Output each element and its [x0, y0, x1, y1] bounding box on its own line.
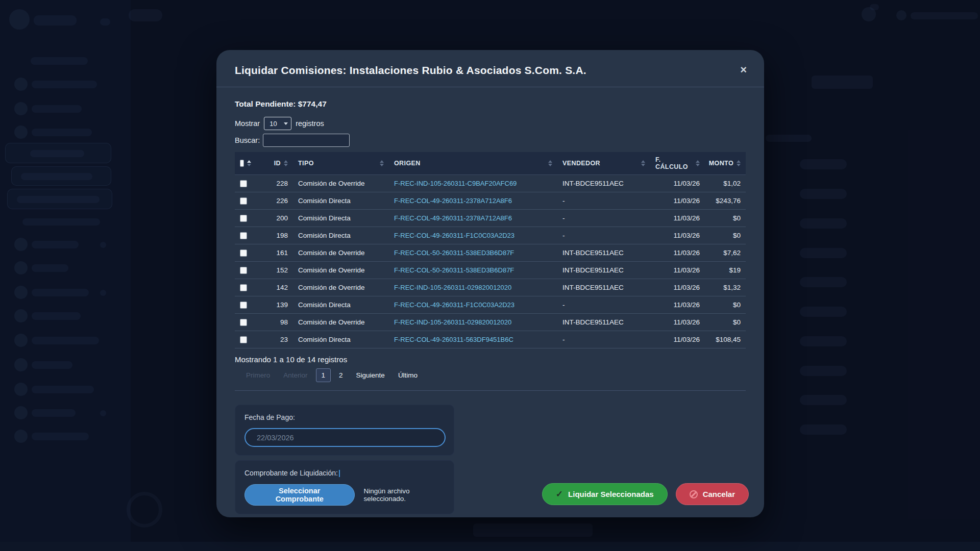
table-row: 139Comisión DirectaF-REC-COL-49-260311-F… [235, 296, 746, 314]
cell-fcalculo: 11/03/26 [650, 279, 705, 296]
row-select-cell [235, 331, 256, 348]
row-checkbox[interactable] [240, 197, 247, 205]
body-divider [235, 390, 746, 391]
origen-link[interactable]: F-REC-IND-105-260311-029820012020 [394, 284, 511, 291]
cell-tipo: Comisión Directa [293, 210, 389, 227]
cell-id: 161 [256, 244, 293, 262]
cell-fcalculo: 11/03/26 [650, 192, 705, 210]
page-size-select[interactable]: 10 [264, 117, 291, 130]
column-header-monto[interactable]: MONTO [705, 152, 746, 175]
cell-tipo: Comisión de Override [293, 175, 389, 192]
origen-link[interactable]: F-REC-IND-105-260311-C9BAF20AFC69 [394, 180, 517, 187]
pagination-first[interactable]: Primero [241, 369, 275, 382]
header-divider [216, 87, 764, 87]
cell-origen: F-REC-COL-49-260311-563DF9451B6C [389, 331, 557, 348]
cell-fcalculo: 11/03/26 [650, 175, 705, 192]
sort-icon [284, 160, 288, 166]
file-status: Ningún archivo seleccionado. [364, 487, 445, 503]
seleccionar-comprobante-button[interactable]: Seleccionar Comprobante [244, 484, 355, 506]
origen-link[interactable]: F-REC-IND-105-260311-029820012020 [394, 318, 511, 326]
cell-monto: $108,45 [705, 331, 746, 348]
total-pendiente: Total Pendiente: $774,47 [235, 99, 746, 109]
column-header-id[interactable]: ID [256, 152, 293, 175]
select-all-checkbox[interactable] [240, 160, 244, 167]
pagination-last[interactable]: Último [393, 369, 423, 382]
origen-link[interactable]: F-REC-COL-49-260311-F1C0C03A2D23 [394, 301, 514, 309]
cell-vendedor: INT-BDCE9511AEC [557, 175, 650, 192]
column-header-vendedor[interactable]: VENDEDOR [557, 152, 650, 175]
chevron-down-icon [284, 122, 288, 125]
table-summary: Mostrando 1 a 10 de 14 registros [235, 355, 746, 364]
comprobante-panel: Comprobante de Liquidación: Seleccionar … [235, 460, 454, 514]
origen-link[interactable]: F-REC-COL-50-260311-538ED3B6D87F [394, 249, 514, 257]
table-row: 142Comisión de OverrideF-REC-IND-105-260… [235, 279, 746, 296]
cell-id: 228 [256, 175, 293, 192]
cell-origen: F-REC-COL-50-260311-538ED3B6D87F [389, 244, 557, 262]
cell-vendedor: INT-BDCE9511AEC [557, 279, 650, 296]
sort-icon [737, 160, 741, 166]
cell-fcalculo: 11/03/26 [650, 331, 705, 348]
cell-monto: $7,62 [705, 244, 746, 262]
origen-link[interactable]: F-REC-COL-49-260311-563DF9451B6C [394, 336, 513, 343]
row-select-cell [235, 296, 256, 314]
origen-link[interactable]: F-REC-COL-49-260311-2378A712A8F6 [394, 197, 512, 205]
pagination-next[interactable]: Siguiente [351, 369, 390, 382]
row-checkbox[interactable] [240, 319, 247, 326]
cell-vendedor: - [557, 210, 650, 227]
row-checkbox[interactable] [240, 284, 247, 291]
cell-fcalculo: 11/03/26 [650, 244, 705, 262]
cancel-icon [690, 490, 698, 498]
pagination-previous[interactable]: Anterior [278, 369, 312, 382]
search-input[interactable] [263, 134, 350, 147]
cell-tipo: Comisión Directa [293, 192, 389, 210]
pagination-page-1[interactable]: 1 [316, 368, 331, 382]
cell-id: 152 [256, 262, 293, 279]
pagination-page-2[interactable]: 2 [334, 369, 348, 382]
fecha-pago-input[interactable] [244, 428, 446, 447]
cell-tipo: Comisión Directa [293, 296, 389, 314]
row-checkbox[interactable] [240, 302, 247, 309]
table-row: 161Comisión de OverrideF-REC-COL-50-2603… [235, 244, 746, 262]
column-header-tipo[interactable]: TIPO [293, 152, 389, 175]
row-select-cell [235, 262, 256, 279]
row-checkbox[interactable] [240, 336, 247, 343]
cell-id: 98 [256, 314, 293, 331]
origen-link[interactable]: F-REC-COL-50-260311-538ED3B6D87F [394, 266, 514, 274]
table-header-row: ID TIPO ORIGEN VENDEDOR [235, 152, 746, 175]
table-row: 23Comisión DirectaF-REC-COL-49-260311-56… [235, 331, 746, 348]
cell-origen: F-REC-COL-49-260311-F1C0C03A2D23 [389, 227, 557, 244]
row-select-cell [235, 314, 256, 331]
fecha-pago-label: Fecha de Pago: [244, 413, 445, 421]
row-checkbox[interactable] [240, 180, 247, 187]
page-size-value: 10 [270, 120, 277, 128]
row-checkbox[interactable] [240, 249, 247, 257]
origen-link[interactable]: F-REC-COL-49-260311-F1C0C03A2D23 [394, 232, 514, 239]
row-checkbox[interactable] [240, 232, 247, 239]
row-select-cell [235, 227, 256, 244]
column-header-origen[interactable]: ORIGEN [389, 152, 557, 175]
cell-tipo: Comisión de Override [293, 244, 389, 262]
table-row: 98Comisión de OverrideF-REC-IND-105-2603… [235, 314, 746, 331]
cell-vendedor: INT-BDCE9511AEC [557, 314, 650, 331]
origen-link[interactable]: F-REC-COL-49-260311-2378A712A8F6 [394, 214, 512, 222]
row-checkbox[interactable] [240, 267, 247, 274]
liquidar-seleccionadas-button[interactable]: ✓ Liquidar Seleccionadas [542, 483, 668, 505]
cell-fcalculo: 11/03/26 [650, 296, 705, 314]
cell-id: 142 [256, 279, 293, 296]
cell-origen: F-REC-COL-49-260311-2378A712A8F6 [389, 192, 557, 210]
row-checkbox[interactable] [240, 215, 247, 222]
cell-origen: F-REC-COL-50-260311-538ED3B6D87F [389, 262, 557, 279]
cell-fcalculo: 11/03/26 [650, 314, 705, 331]
select-all-header[interactable] [235, 152, 256, 175]
cancelar-button[interactable]: Cancelar [676, 483, 749, 505]
row-select-cell [235, 279, 256, 296]
sort-icon [548, 160, 552, 166]
sort-icon [641, 160, 645, 166]
cell-vendedor: - [557, 331, 650, 348]
column-header-fcalculo[interactable]: F. CÁLCULO [650, 152, 705, 175]
cell-origen: F-REC-IND-105-260311-029820012020 [389, 314, 557, 331]
length-menu-suffix: registros [296, 119, 324, 128]
cell-id: 139 [256, 296, 293, 314]
close-icon[interactable]: × [738, 62, 749, 78]
cell-monto: $0 [705, 296, 746, 314]
